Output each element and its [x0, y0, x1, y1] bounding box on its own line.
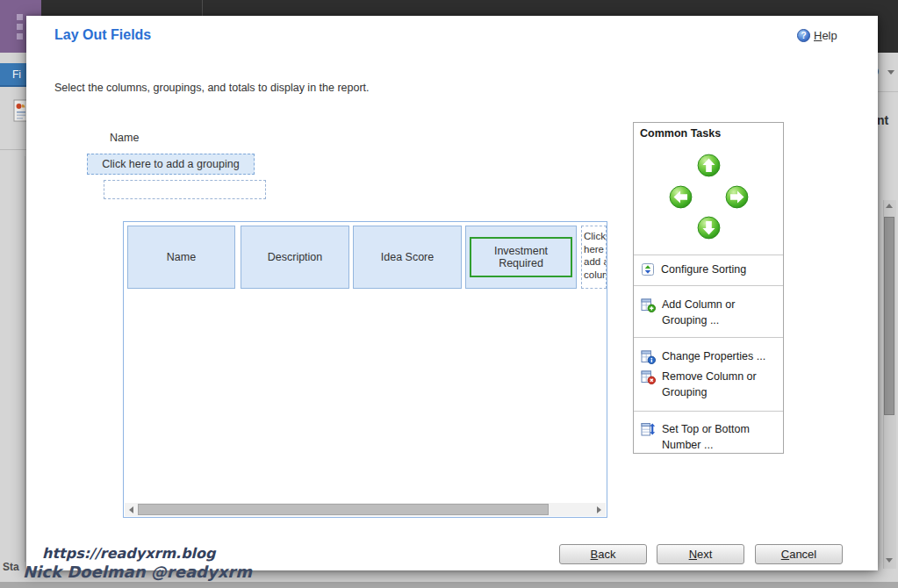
column-cell-description[interactable]: Description — [241, 226, 349, 289]
next-button[interactable]: Next — [657, 544, 744, 564]
column-cell-name[interactable]: Name — [127, 226, 235, 289]
move-down-button[interactable] — [697, 216, 721, 240]
page-scrollbar-thumb[interactable] — [884, 217, 894, 415]
top-nav-bar — [0, 0, 898, 16]
empty-grouping-slot[interactable] — [104, 180, 266, 199]
column-label: Description — [261, 251, 330, 263]
column-label: Investment Required — [471, 245, 571, 269]
task-label: Set Top or Bottom Number ... — [662, 421, 778, 453]
add-grouping-button[interactable]: Click here to add a grouping — [87, 154, 255, 175]
change-properties-icon — [641, 349, 656, 364]
background-nav-item: Fi — [0, 63, 29, 87]
scroll-down-icon[interactable] — [886, 558, 893, 563]
cancel-button[interactable]: Cancel — [755, 544, 843, 564]
svg-text:?: ? — [801, 31, 806, 40]
watermark-author: Nick Doelman @readyxrm — [23, 563, 252, 581]
column-cell-idea-score[interactable]: Idea Score — [353, 226, 462, 289]
scroll-right-icon — [597, 506, 601, 513]
add-column-icon — [641, 298, 656, 312]
help-label: Help — [814, 29, 837, 42]
waffle-menu-icon — [17, 24, 23, 30]
section-divider — [634, 285, 783, 286]
page-title: Lay Out Fields — [54, 27, 151, 43]
layout-fields-dialog: Lay Out Fields ? Help Select the columns… — [26, 16, 878, 570]
task-label: Change Properties ... — [662, 348, 778, 364]
watermark-url: https://readyxrm.blog — [42, 545, 216, 562]
waffle-menu-icon — [17, 33, 23, 39]
change-properties-item[interactable]: Change Properties ... — [641, 348, 779, 364]
column-label: Name — [160, 251, 203, 263]
add-column-item[interactable]: Add Column or Grouping ... — [641, 297, 779, 328]
bottom-status-strip — [0, 582, 898, 588]
scroll-up-icon[interactable] — [886, 204, 893, 208]
background-divider — [25, 156, 25, 562]
section-divider — [634, 337, 783, 338]
scroll-left-icon — [129, 506, 133, 513]
configure-sorting-item[interactable]: Configure Sorting — [641, 262, 779, 277]
scroll-right-button[interactable] — [593, 503, 606, 516]
common-tasks-title: Common Tasks — [640, 127, 721, 140]
column-cell-investment-required[interactable]: Investment Required — [465, 226, 577, 289]
back-button[interactable]: Back — [559, 544, 647, 564]
move-left-button[interactable] — [669, 185, 693, 209]
table-scrollbar-thumb[interactable] — [138, 504, 549, 515]
set-top-bottom-item[interactable]: Set Top or Bottom Number ... — [641, 421, 779, 453]
section-divider — [634, 411, 783, 412]
help-icon: ? — [797, 29, 810, 42]
common-tasks-panel: Common Tasks — [633, 122, 784, 454]
waffle-menu-icon — [17, 14, 23, 20]
remove-column-item[interactable]: Remove Column or Grouping — [641, 369, 779, 400]
remove-column-icon — [641, 369, 656, 384]
move-right-button[interactable] — [725, 185, 749, 209]
background-divider — [876, 91, 898, 92]
background-heading-text: nt — [877, 113, 888, 127]
task-label: Remove Column or Grouping — [662, 369, 778, 400]
column-layout-table: Name Description Idea Score Investment R… — [123, 221, 607, 518]
task-label: Add Column or Grouping ... — [662, 297, 778, 328]
add-column-label: Click here to add a column — [582, 226, 607, 281]
background-status-text: Sta — [3, 561, 19, 573]
top-bottom-icon — [641, 422, 656, 437]
task-label: Configure Sorting — [661, 262, 777, 277]
section-divider — [634, 255, 783, 255]
table-horizontal-scrollbar[interactable] — [125, 503, 606, 516]
grouping-name-label: Name — [110, 132, 139, 144]
dialog-instruction: Select the columns, groupings, and total… — [54, 82, 370, 94]
background-divider — [0, 149, 26, 150]
sort-config-icon — [641, 262, 655, 276]
move-up-button[interactable] — [697, 154, 721, 177]
dropdown-caret-icon — [887, 70, 894, 75]
top-nav-bar-right — [875, 0, 898, 53]
top-nav-divider — [202, 0, 203, 16]
help-link[interactable]: ? Help — [797, 29, 837, 42]
column-label: Idea Score — [374, 251, 441, 263]
scroll-left-button[interactable] — [125, 503, 138, 516]
add-column-button[interactable]: Click here to add a column — [581, 226, 607, 289]
selected-column-highlight: Investment Required — [470, 237, 572, 277]
